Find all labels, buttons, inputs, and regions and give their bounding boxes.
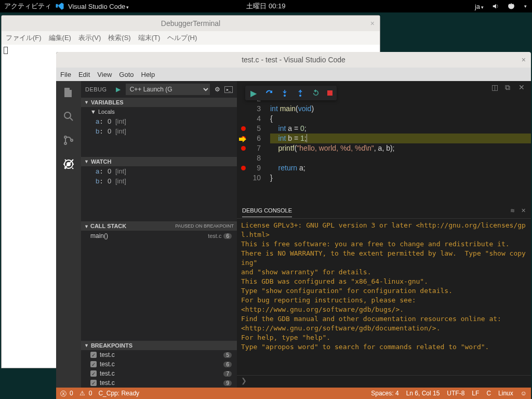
svg-point-7	[284, 95, 286, 97]
debug-status: PAUSED ON BREAKPOINT	[175, 223, 234, 229]
restart-icon[interactable]	[312, 89, 320, 97]
callstack-section-header[interactable]: ▼ CALL STACK PAUSED ON BREAKPOINT	[81, 221, 237, 231]
status-spaces[interactable]: Spaces: 4	[371, 390, 398, 397]
variable-row[interactable]: a: 0 [int]	[81, 116, 237, 126]
variable-row[interactable]: a: 0 [int]	[81, 166, 237, 176]
menu-item[interactable]: View	[97, 71, 112, 78]
vscode-menubar: FileEditViewGotoHelp	[56, 68, 531, 81]
debug-icon[interactable]	[61, 157, 76, 171]
vscode-titlebar: test.c - test - Visual Studio Code ×	[56, 52, 531, 68]
breakpoint-row[interactable]: ✓test.c6	[81, 360, 237, 369]
stop-icon[interactable]	[327, 90, 332, 96]
menu-item[interactable]: ヘルプ(H)	[167, 33, 197, 43]
editor-actions: ◫ ⧉ ✕	[491, 83, 527, 91]
variables-section-header[interactable]: ▼VARIABLES	[81, 98, 237, 107]
system-menu-chevron-icon[interactable]: ▾	[524, 4, 527, 9]
status-encoding[interactable]: UTF-8	[447, 390, 464, 397]
menu-item[interactable]: Goto	[119, 71, 134, 78]
debug-console-toggle-icon[interactable]: ▸_	[224, 86, 233, 93]
checkbox-icon[interactable]: ✓	[90, 352, 97, 358]
activities-label[interactable]: アクティビティ	[4, 2, 51, 11]
status-bar: ⓧ0 ⚠0 C_Cpp: Ready Spaces: 4 Ln 6, Col 1…	[56, 388, 531, 399]
feedback-icon[interactable]: ☺	[521, 390, 527, 397]
vscode-logo-icon	[55, 2, 65, 10]
start-debug-icon[interactable]: ▶	[114, 86, 123, 93]
menu-item[interactable]: 表示(V)	[78, 33, 101, 43]
system-topbar: アクティビティ Visual Studio Code▾ 土曜日 00:19 ja…	[0, 0, 532, 12]
debug-label: DEBUG	[85, 86, 107, 92]
breakpoints-section-header[interactable]: ▼BREAKPOINTS	[81, 341, 237, 350]
svg-point-2	[64, 142, 66, 144]
clear-console-icon[interactable]: ≋	[510, 207, 515, 214]
menu-item[interactable]: File	[60, 71, 71, 78]
callstack-row[interactable]: main()test.c6	[81, 231, 237, 241]
menu-item[interactable]: 端末(T)	[138, 33, 161, 43]
svg-point-8	[299, 95, 301, 97]
debug-console-panel: DEBUG CONSOLE ≋ ✕ License GPLv3+: GNU GP…	[237, 203, 531, 388]
step-out-icon[interactable]	[296, 89, 304, 97]
svg-point-0	[64, 112, 71, 118]
status-cpp[interactable]: C_Cpp: Ready	[98, 390, 139, 397]
status-os[interactable]: Linux	[498, 390, 513, 397]
debug-sidebar: DEBUG ▶ C++ Launch (G ⚙ ▸_ ▼VARIABLES ▼L…	[81, 81, 237, 388]
debug-config-select[interactable]: C++ Launch (G	[126, 84, 210, 95]
split-editor-icon[interactable]: ◫	[491, 83, 500, 91]
debugger-terminal-menubar: ファイル(F)編集(E)表示(V)検索(S)端末(T)ヘルプ(H)	[2, 31, 380, 45]
power-icon[interactable]	[508, 3, 515, 10]
ime-indicator[interactable]: ja▾	[475, 3, 484, 10]
menu-item[interactable]: Help	[141, 71, 155, 78]
breakpoint-row[interactable]: ✓test.c9	[81, 378, 237, 388]
editor-area: ◫ ⧉ ✕ 12345678910 #include <stdio.h> int…	[237, 81, 531, 388]
checkbox-icon[interactable]: ✓	[90, 370, 97, 377]
watch-section-header[interactable]: ▼WATCH	[81, 157, 237, 166]
close-icon[interactable]: ×	[370, 19, 375, 28]
variable-row[interactable]: b: 0 [int]	[81, 176, 237, 186]
status-eol[interactable]: LF	[472, 390, 479, 397]
close-editor-icon[interactable]: ✕	[518, 83, 527, 91]
variable-row[interactable]: b: 0 [int]	[81, 126, 237, 136]
step-into-icon[interactable]	[281, 89, 289, 97]
breakpoint-row[interactable]: ✓test.c5	[81, 350, 237, 360]
debug-toolbar: ▶	[245, 86, 337, 100]
svg-point-1	[64, 136, 66, 138]
debug-console-tab[interactable]: DEBUG CONSOLE	[242, 204, 292, 217]
files-icon[interactable]	[61, 85, 76, 100]
checkbox-icon[interactable]: ✓	[90, 380, 97, 386]
toggle-layout-icon[interactable]: ⧉	[505, 83, 513, 91]
volume-icon[interactable]	[492, 3, 499, 10]
status-errors[interactable]: ⓧ0	[60, 390, 73, 397]
menu-item[interactable]: Edit	[78, 71, 90, 78]
close-icon[interactable]: ×	[522, 56, 526, 64]
status-language[interactable]: C	[486, 390, 491, 397]
active-app-label[interactable]: Visual Studio Code▾	[68, 3, 129, 10]
debug-header: DEBUG ▶ C++ Launch (G ⚙ ▸_	[81, 81, 237, 98]
debug-console-output[interactable]: License GPLv3+: GNU GPL version 3 or lat…	[237, 219, 531, 375]
status-position[interactable]: Ln 6, Col 15	[406, 390, 440, 397]
locals-header[interactable]: ▼Locals	[81, 107, 237, 116]
git-icon[interactable]	[61, 133, 76, 148]
window-title: test.c - test - Visual Studio Code	[242, 56, 345, 64]
search-icon[interactable]	[61, 109, 76, 124]
menu-item[interactable]: 検索(S)	[108, 33, 130, 43]
gear-icon[interactable]: ⚙	[213, 86, 221, 93]
checkbox-icon[interactable]: ✓	[90, 361, 97, 367]
breakpoint-row[interactable]: ✓test.c7	[81, 369, 237, 378]
activity-bar	[56, 81, 81, 388]
continue-icon[interactable]: ▶	[249, 89, 258, 97]
debug-console-input[interactable]: ❯	[237, 375, 531, 388]
status-warnings[interactable]: ⚠0	[79, 390, 92, 397]
clock-label[interactable]: 土曜日 00:19	[246, 2, 285, 11]
svg-point-3	[71, 139, 73, 141]
vscode-window: test.c - test - Visual Studio Code × Fil…	[56, 52, 531, 399]
menu-item[interactable]: ファイル(F)	[6, 33, 42, 43]
menu-item[interactable]: 編集(E)	[49, 33, 71, 43]
close-panel-icon[interactable]: ✕	[521, 207, 526, 214]
debugger-terminal-title: DebuggerTerminal ×	[2, 16, 380, 31]
step-over-icon[interactable]	[265, 89, 273, 97]
